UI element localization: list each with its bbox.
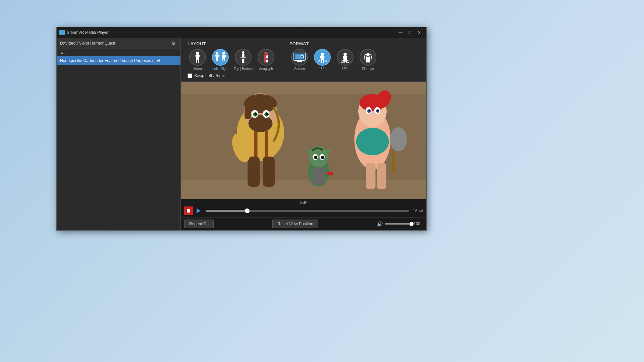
volume-section: 🔊 100 [377, 221, 423, 227]
main-window: SteamVR Media Player — □ ✕ D:\Video\TV\N… [56, 27, 427, 231]
layout-mono[interactable]: Mono [187, 49, 208, 71]
play-button[interactable] [194, 206, 203, 215]
180-label: 180° [319, 67, 326, 71]
swap-label[interactable]: Swap Left / Right [194, 73, 225, 78]
reset-view-button[interactable]: Reset View Position [272, 220, 318, 228]
right-panel: LAYOUT [181, 38, 426, 230]
file-item[interactable]: Non-specific Cartoon for Featured Image … [57, 56, 180, 65]
stop-button[interactable] [184, 206, 193, 215]
svg-point-94 [356, 128, 389, 155]
volume-thumb[interactable] [410, 222, 414, 226]
svg-point-79 [321, 156, 324, 159]
scrubber-row: -18:44 [184, 206, 423, 215]
mono-label: Mono [193, 67, 202, 71]
svg-point-93 [377, 110, 379, 111]
anaglyph-icon-circle [258, 49, 274, 66]
controls-area: LAYOUT [181, 38, 426, 82]
svg-rect-29 [266, 60, 268, 63]
repeat-button[interactable]: Repeat On [184, 220, 214, 228]
format-icons: Screen [289, 49, 378, 71]
svg-rect-32 [298, 60, 301, 61]
svg-rect-19 [242, 54, 244, 57]
play-controls [184, 206, 203, 215]
svg-rect-98 [377, 163, 386, 189]
screen-icon-circle [291, 49, 308, 66]
settings-button[interactable]: ⚙ [170, 40, 177, 47]
svg-rect-22 [242, 61, 244, 63]
svg-point-78 [314, 156, 317, 159]
format-fisheye[interactable]: Fisheye [358, 49, 378, 71]
svg-rect-28 [264, 60, 266, 63]
main-content: D:\Video\TV\Not HarmonQuest ⚙ ▲ .. Non-s… [57, 38, 426, 230]
stop-icon [187, 209, 190, 213]
svg-marker-100 [197, 208, 201, 213]
svg-rect-97 [366, 163, 375, 189]
svg-rect-71 [248, 157, 260, 187]
layout-icons: Mono [187, 49, 276, 71]
format-section: FORMAT [289, 41, 378, 78]
layout-left-right[interactable]: Left | Right [210, 49, 230, 71]
svg-rect-16 [222, 58, 223, 61]
format-180[interactable]: 180° [312, 49, 332, 71]
svg-rect-17 [224, 58, 225, 61]
svg-rect-82 [312, 167, 325, 184]
svg-rect-5 [198, 60, 199, 63]
volume-fill [385, 223, 412, 225]
layout-top-bottom[interactable]: Top | Bottom [233, 49, 253, 71]
svg-point-68 [266, 113, 268, 115]
format-screen[interactable]: Screen [289, 49, 310, 71]
svg-rect-10 [216, 58, 217, 61]
left-right-label: Left | Right [212, 67, 228, 71]
svg-point-67 [255, 113, 257, 115]
maximize-button[interactable]: □ [406, 29, 414, 36]
file-header: D:\Video\TV\Not HarmonQuest ⚙ [57, 38, 180, 49]
current-time-display: 4:46 [184, 200, 423, 205]
scrubber-track[interactable] [206, 210, 409, 212]
play-icon [197, 208, 201, 213]
screen-label: Screen [294, 67, 305, 71]
svg-point-0 [196, 52, 199, 55]
playback-bar: 4:46 [181, 199, 426, 217]
180-icon-circle [314, 49, 331, 66]
format-360[interactable]: 360° [335, 49, 355, 71]
file-nav-up[interactable]: ▲ .. [57, 49, 180, 56]
layout-section: LAYOUT [187, 41, 276, 78]
swap-checkbox[interactable] [187, 73, 192, 78]
fisheye-icon-circle [360, 49, 376, 66]
time-remaining: -18:44 [412, 208, 423, 213]
svg-point-92 [369, 110, 370, 111]
svg-rect-61 [245, 106, 251, 119]
svg-rect-11 [217, 58, 218, 61]
svg-point-12 [222, 52, 225, 55]
svg-point-62 [249, 115, 273, 132]
swap-checkbox-row: Swap Left / Right [187, 73, 276, 78]
bottom-controls: Repeat On Reset View Position 🔊 100 [181, 217, 426, 230]
titlebar: SteamVR Media Player — □ ✕ [57, 27, 426, 38]
volume-value: 100 [414, 222, 423, 226]
360-icon-circle [337, 49, 354, 66]
close-button[interactable]: ✕ [415, 29, 424, 36]
fisheye-label: Fisheye [362, 67, 374, 71]
window-title: SteamVR Media Player [67, 30, 396, 35]
scrubber-thumb[interactable] [245, 208, 250, 213]
svg-rect-41 [323, 60, 324, 63]
svg-point-18 [242, 51, 244, 54]
anaglyph-label: Anaglyph [259, 67, 273, 71]
scrubber-fill [206, 210, 247, 212]
file-path: D:\Video\TV\Not HarmonQuest [60, 41, 170, 46]
file-panel: D:\Video\TV\Not HarmonQuest ⚙ ▲ .. Non-s… [57, 38, 181, 230]
svg-rect-72 [263, 157, 275, 187]
app-icon [59, 30, 65, 35]
top-bottom-icon-circle [235, 49, 252, 66]
volume-track[interactable] [385, 223, 412, 225]
layout-anaglyph[interactable]: Anaglyph [256, 49, 276, 71]
mono-icon-circle [189, 49, 206, 66]
svg-rect-83 [327, 172, 333, 175]
svg-point-96 [390, 127, 407, 152]
svg-rect-33 [297, 61, 302, 62]
svg-point-36 [321, 53, 324, 56]
minimize-button[interactable]: — [396, 29, 405, 36]
format-label: FORMAT [289, 41, 378, 46]
svg-rect-40 [321, 60, 322, 63]
top-bottom-label: Top | Bottom [234, 67, 253, 71]
